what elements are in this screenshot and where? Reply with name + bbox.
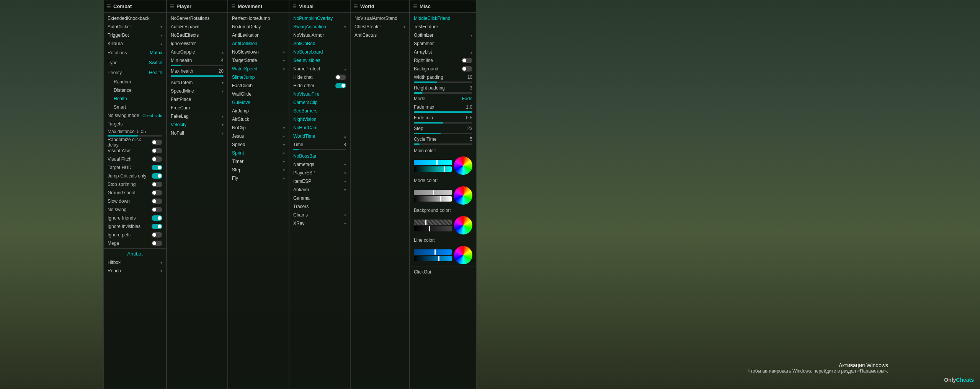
- menu-item-speed[interactable]: Speed▾: [228, 140, 289, 149]
- bg-color-wheel[interactable]: [454, 216, 472, 234]
- menu-item-noslowdown[interactable]: NoSlowdown▾: [228, 48, 289, 56]
- menu-item-autototem[interactable]: AutoTotem ▾: [167, 78, 227, 87]
- menu-item-worldtime[interactable]: WorldTime▴: [289, 132, 350, 140]
- menu-item-antiaim[interactable]: AntiAim▾: [289, 186, 350, 194]
- menu-item-fastclimb[interactable]: FastClimb: [228, 81, 289, 90]
- menu-item-guimove[interactable]: GuiMove: [228, 98, 289, 107]
- menu-item-anticollision[interactable]: AntiCollision: [228, 39, 289, 48]
- bg-color-bar-s[interactable]: [414, 226, 452, 231]
- menu-item-nobadeffects[interactable]: NoBadEffects: [167, 31, 227, 39]
- menu-item-sprint[interactable]: Sprint▾: [228, 149, 289, 157]
- menu-item-hitbox[interactable]: Hitbox ▾: [104, 258, 166, 267]
- cycle-time-slider[interactable]: [414, 143, 472, 145]
- menu-item-nofall[interactable]: NoFall ▾: [167, 129, 227, 137]
- menu-item-jesus[interactable]: Jesus▾: [228, 132, 289, 140]
- menu-item-novisualfire[interactable]: NoVisualFire: [289, 90, 350, 98]
- menu-item-chams[interactable]: Chams▾: [289, 211, 350, 219]
- height-padding-slider[interactable]: [414, 92, 472, 94]
- time-slider[interactable]: [293, 149, 346, 150]
- menu-item-reach[interactable]: Reach ▾: [104, 267, 166, 275]
- menu-item-waterspeed[interactable]: WaterSpeed▾: [228, 65, 289, 73]
- menu-item-killaura[interactable]: Killaura ▴: [104, 39, 166, 48]
- menu-item-noserverrotations[interactable]: NoServerRotations: [167, 14, 227, 23]
- menu-item-nameprotect[interactable]: NameProtect▴: [289, 65, 350, 73]
- stop-sprint-toggle[interactable]: [152, 182, 162, 187]
- menu-item-wallglide[interactable]: WallGlide: [228, 90, 289, 98]
- visual-pitch-toggle[interactable]: [152, 156, 162, 162]
- background-toggle[interactable]: [462, 66, 472, 72]
- menu-item-targetstrafe[interactable]: TargetStrafe▾: [228, 56, 289, 65]
- menu-item-timer[interactable]: Timer▾: [228, 157, 289, 166]
- line-color-wheel[interactable]: [454, 246, 472, 264]
- menu-item-noscoreboard[interactable]: NoScoreboard: [289, 48, 350, 56]
- randomize-click-toggle[interactable]: [152, 140, 162, 145]
- ignore-pets-toggle[interactable]: [152, 232, 162, 238]
- right-line-toggle[interactable]: [462, 58, 472, 63]
- menu-item-nohurtcam[interactable]: NoHurtCam: [289, 124, 350, 132]
- menu-item-freecam[interactable]: FreeCam: [167, 104, 227, 112]
- mode-color-wheel[interactable]: [454, 186, 472, 205]
- menu-item-seeinvisibles[interactable]: SeeInvisibles: [289, 56, 350, 65]
- menu-item-fastplace[interactable]: FastPlace: [167, 95, 227, 104]
- menu-item-fly[interactable]: Fly▾: [228, 174, 289, 182]
- menu-item-xray[interactable]: XRay▾: [289, 219, 350, 228]
- menu-item-step[interactable]: Step▾: [228, 166, 289, 174]
- menu-item-autoclicker[interactable]: AutoClicker ▾: [104, 23, 166, 31]
- menu-item-antilevitation[interactable]: AntiLevitation: [228, 31, 289, 39]
- menu-item-novisualarmorstand[interactable]: NoVisualArmorStand: [351, 14, 409, 23]
- menu-item-clickgui[interactable]: ClickGui: [410, 268, 476, 276]
- menu-item-spammer[interactable]: Spammer: [410, 39, 476, 48]
- menu-item-optimizer[interactable]: Optimizer▾: [410, 31, 476, 39]
- step-slider[interactable]: [414, 133, 472, 134]
- menu-item-nametags[interactable]: Nametags▾: [289, 160, 350, 169]
- menu-item-novisualarmor[interactable]: NoVisualArmor: [289, 31, 350, 39]
- ignore-inv-toggle[interactable]: [152, 224, 162, 229]
- ignore-friends-toggle[interactable]: [152, 215, 162, 221]
- mode-color-bar-s[interactable]: [414, 196, 452, 202]
- menu-item-nobossbar[interactable]: NoBossBar: [289, 152, 350, 160]
- max-health-slider[interactable]: [171, 75, 224, 77]
- menu-item-nojumpdelay[interactable]: NoJumpDelay: [228, 23, 289, 31]
- menu-item-arraylist[interactable]: ArrayList▴: [410, 48, 476, 56]
- menu-item-cheststealer[interactable]: ChestStealer▾: [351, 23, 409, 31]
- menu-item-ignorewater[interactable]: IgnoreWater: [167, 39, 227, 48]
- menu-item-swinganimation[interactable]: SwingAnimation▾: [289, 23, 350, 31]
- hide-other-toggle[interactable]: [335, 83, 346, 88]
- mega-toggle[interactable]: [152, 241, 162, 246]
- menu-item-slimejump[interactable]: SlimeJump: [228, 73, 289, 81]
- menu-item-airstuck[interactable]: AirStuck: [228, 115, 289, 124]
- menu-item-gamma[interactable]: Gamma: [289, 194, 350, 202]
- menu-item-perfecthorsejump[interactable]: PerfectHorseJump: [228, 14, 289, 23]
- max-distance-slider[interactable]: [108, 135, 162, 137]
- menu-item-testfeature[interactable]: TestFeature: [410, 23, 476, 31]
- menu-item-nopumpkin[interactable]: NoPumpkinOverlay: [289, 14, 350, 23]
- jump-crit-toggle[interactable]: [152, 173, 162, 179]
- menu-item-speedmine[interactable]: SpeedMine ▾: [167, 87, 227, 95]
- menu-item-anticactus[interactable]: AntiCactus: [351, 31, 409, 39]
- line-color-bar-s[interactable]: [414, 256, 452, 261]
- menu-item-nightvision[interactable]: NightVision: [289, 115, 350, 124]
- width-padding-slider[interactable]: [414, 81, 472, 83]
- target-hud-toggle[interactable]: [152, 165, 162, 170]
- no-swing-toggle[interactable]: [152, 207, 162, 212]
- menu-item-anticobob[interactable]: AntiCoBob: [289, 39, 350, 48]
- bg-color-bar-h[interactable]: [414, 220, 452, 225]
- min-health-slider[interactable]: [171, 65, 224, 66]
- main-color-wheel[interactable]: [454, 156, 472, 175]
- menu-item-cameraclip[interactable]: CameraClip: [289, 98, 350, 107]
- menu-item-autogapple[interactable]: AutoGapple ▴: [167, 48, 227, 56]
- menu-item-velocity[interactable]: Velocity ▾: [167, 120, 227, 129]
- menu-item-itemesp[interactable]: ItemESP▾: [289, 177, 350, 186]
- hide-chat-toggle[interactable]: [335, 75, 346, 80]
- slow-down-toggle[interactable]: [152, 199, 162, 204]
- menu-item-tracers[interactable]: Tracers: [289, 202, 350, 211]
- menu-item-triggerbot[interactable]: TriggerBot ▾: [104, 31, 166, 39]
- menu-item-playeresp[interactable]: PlayerESP▾: [289, 169, 350, 177]
- line-color-bar-h[interactable]: [414, 249, 452, 255]
- fade-min-slider[interactable]: [414, 122, 472, 124]
- menu-item-autorespawn[interactable]: AutoRespawn: [167, 23, 227, 31]
- visual-yaw-toggle[interactable]: [152, 148, 162, 153]
- menu-item-extendedknockback[interactable]: ExtendedKnockback: [104, 14, 166, 23]
- menu-item-middleclickfriend[interactable]: MiddleClickFriend: [410, 14, 476, 23]
- main-color-bar-h[interactable]: [414, 160, 452, 165]
